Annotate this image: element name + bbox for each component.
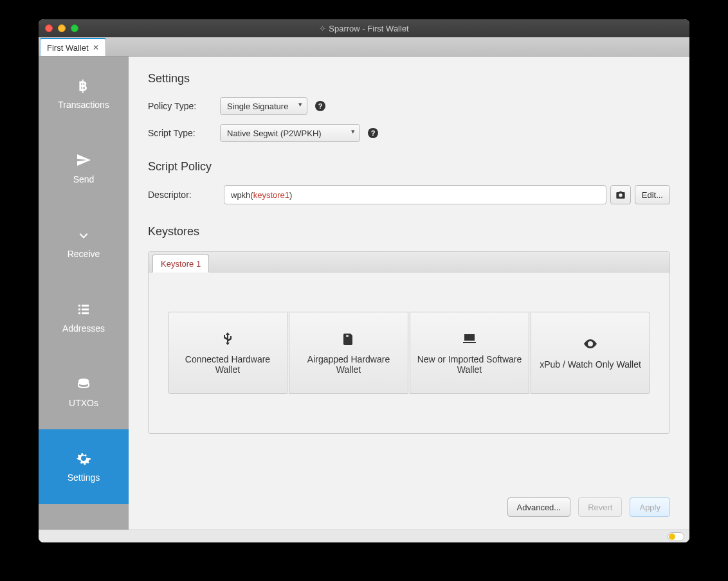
gear-icon [76,451,91,466]
coins-icon [76,376,91,391]
connected-hardware-wallet-button[interactable]: Connected Hardware Wallet [168,312,287,394]
software-wallet-button[interactable]: New or Imported Software Wallet [410,312,529,394]
card-label: Connected Hardware Wallet [175,354,280,375]
policy-type-label: Policy Type: [148,101,220,111]
card-label: Airgapped Hardware Wallet [296,354,401,375]
wallet-tab-label: First Wallet [47,43,89,53]
descriptor-field[interactable]: wpkh(keystore1) [224,185,606,204]
app-window: ✧Sparrow - First Wallet First Wallet ✕ ฿… [39,19,689,542]
sidebar-item-utxos[interactable]: UTXOs [39,355,129,429]
footer-buttons: Advanced... Revert Apply [148,485,670,517]
keystore-tab[interactable]: Keystore 1 [152,255,209,273]
scan-qr-button[interactable] [610,185,631,204]
titlebar: ✧Sparrow - First Wallet [39,19,689,37]
watch-only-wallet-button[interactable]: xPub / Watch Only Wallet [531,312,650,394]
sidebar-item-label: Send [73,174,95,184]
send-icon [76,152,91,168]
bitcoin-icon: ฿ [76,78,91,93]
sidebar-item-label: Addresses [62,323,105,334]
advanced-button[interactable]: Advanced... [507,497,571,517]
card-label: xPub / Watch Only Wallet [540,359,641,370]
sidebar-item-settings[interactable]: Settings [39,429,129,504]
main-content: Settings Policy Type: Single Signature ?… [129,57,689,530]
document-tab-bar: First Wallet ✕ [39,37,689,57]
sidebar-item-addresses[interactable]: Addresses [39,280,129,355]
status-bar [39,530,689,542]
script-type-label: Script Type: [148,128,220,138]
keystore-panel: Keystore 1 Connected Hardware Wallet Air… [148,251,670,434]
apply-button: Apply [630,497,670,517]
svg-text:฿: ฿ [78,78,87,93]
card-label: New or Imported Software Wallet [417,354,522,375]
camera-icon [615,190,626,200]
script-help-icon[interactable]: ? [368,128,378,138]
policy-help-icon[interactable]: ? [315,101,325,111]
sidebar-item-label: Settings [68,472,100,483]
connection-toggle[interactable] [668,532,684,541]
toggle-knob [669,533,675,540]
script-type-select[interactable]: Native Segwit (P2WPKH) [220,124,360,142]
sparrow-icon: ✧ [319,24,326,33]
keystores-heading: Keystores [148,225,670,238]
descriptor-label: Descriptor: [148,190,220,200]
keystore-tab-label: Keystore 1 [161,259,201,269]
window-title: ✧Sparrow - First Wallet [39,24,689,33]
sidebar-item-receive[interactable]: Receive [39,206,129,280]
laptop-icon [462,331,477,346]
sidebar: ฿ Transactions Send Receive Addresses [39,57,129,530]
sidebar-item-label: UTXOs [69,398,98,408]
receive-icon [76,227,91,242]
list-icon [76,301,91,317]
settings-heading: Settings [148,72,670,85]
edit-descriptor-button[interactable]: Edit... [635,185,670,204]
wallet-tab[interactable]: First Wallet ✕ [40,38,106,56]
sd-card-icon [341,331,356,346]
airgapped-hardware-wallet-button[interactable]: Airgapped Hardware Wallet [289,312,408,394]
policy-type-select[interactable]: Single Signature [220,97,307,115]
eye-icon [583,336,598,352]
sidebar-item-transactions[interactable]: ฿ Transactions [39,57,129,131]
usb-icon [220,331,235,346]
sidebar-item-label: Transactions [58,100,109,110]
close-tab-icon[interactable]: ✕ [93,43,99,52]
script-policy-heading: Script Policy [148,160,670,174]
sidebar-item-label: Receive [68,249,100,259]
revert-button: Revert [578,497,622,517]
sidebar-item-send[interactable]: Send [39,131,129,206]
